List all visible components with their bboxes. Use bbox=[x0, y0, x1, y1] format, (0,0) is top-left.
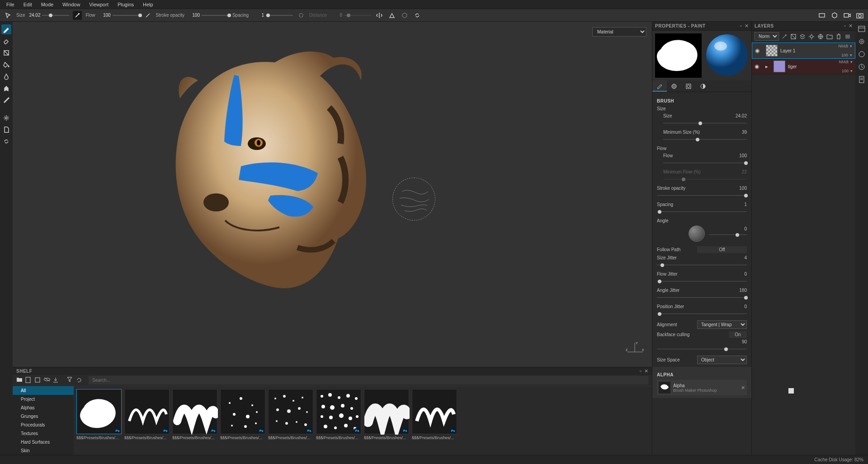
flow-prop-slider[interactable] bbox=[663, 160, 747, 166]
radial-icon[interactable] bbox=[400, 11, 409, 20]
view-mode-icon[interactable] bbox=[830, 11, 839, 20]
angle-value[interactable]: 0 bbox=[744, 226, 747, 231]
anglejitter-slider[interactable] bbox=[657, 295, 747, 300]
size-prop-slider[interactable] bbox=[663, 121, 747, 126]
spacing-prop-slider[interactable] bbox=[657, 209, 747, 215]
angle-dial[interactable] bbox=[689, 225, 705, 242]
layer-channels[interactable]: NMdt bbox=[838, 44, 848, 48]
shelf-filter-icon[interactable] bbox=[67, 377, 74, 384]
minsize-value[interactable]: 39 bbox=[742, 130, 747, 135]
shelf-search-input[interactable] bbox=[89, 376, 648, 384]
flowjitter-slider[interactable] bbox=[657, 279, 747, 284]
pressure-size-icon[interactable] bbox=[73, 11, 82, 20]
layer-visibility-icon[interactable]: ◉ bbox=[755, 63, 763, 70]
posjitter-slider[interactable] bbox=[657, 311, 747, 317]
shelf-item[interactable]: Ps$$$/Presets/Brushes/... bbox=[124, 389, 170, 452]
followpath-toggle[interactable]: Off bbox=[697, 246, 747, 253]
shelf-save-icon[interactable] bbox=[34, 377, 42, 384]
shelf-folder-icon[interactable] bbox=[16, 377, 24, 384]
layer-name[interactable]: tiger bbox=[788, 64, 853, 69]
shelf-new-icon[interactable] bbox=[25, 377, 33, 384]
shelf-reload-icon[interactable] bbox=[76, 377, 83, 384]
texture-set-icon[interactable] bbox=[857, 24, 866, 33]
menu-window[interactable]: Window bbox=[58, 0, 85, 9]
shelf-cat-project[interactable]: Project bbox=[13, 395, 74, 403]
pressure-flow-icon[interactable] bbox=[143, 11, 152, 20]
material-select[interactable]: Material bbox=[592, 27, 646, 37]
properties-close-icon[interactable]: ✕ bbox=[745, 23, 749, 29]
mirror-icon[interactable] bbox=[387, 11, 396, 20]
add-effect-icon[interactable] bbox=[781, 33, 788, 40]
shelf-item[interactable]: Ps$$$/Presets/Brushes/... bbox=[316, 389, 361, 452]
shelf-close-icon[interactable]: ✕ bbox=[644, 368, 648, 374]
alpha-item[interactable]: Alpha Brush Maker Photoshop ✕ bbox=[657, 380, 747, 395]
layer-row[interactable]: ◉ ▸ tiger NMdt▾ 100▾ bbox=[752, 59, 855, 75]
alpha-remove-icon[interactable]: ✕ bbox=[741, 385, 745, 391]
minsize-slider[interactable] bbox=[663, 137, 747, 142]
backface-value[interactable]: 90 bbox=[742, 339, 747, 344]
paint-tool[interactable] bbox=[1, 24, 11, 34]
axis-gizmo[interactable]: X Y Z bbox=[626, 341, 644, 359]
layer-name[interactable]: Layer 1 bbox=[780, 48, 852, 53]
cursor-icon[interactable] bbox=[4, 11, 13, 20]
size-slider[interactable] bbox=[42, 13, 69, 18]
layer-opacity[interactable]: 100 bbox=[842, 69, 849, 73]
chevron-down-icon[interactable]: ▾ bbox=[850, 69, 853, 73]
sizespace-select[interactable]: Object bbox=[697, 356, 747, 364]
sync-shortcut[interactable] bbox=[1, 136, 11, 146]
backface-toggle[interactable]: On bbox=[729, 331, 747, 338]
menu-help[interactable]: Help bbox=[138, 0, 158, 9]
angle-slider[interactable] bbox=[709, 232, 747, 238]
folder-toggle-icon[interactable]: ▸ bbox=[765, 64, 771, 70]
spacing-prop-value[interactable]: 1 bbox=[744, 202, 747, 207]
anglejitter-value[interactable]: 180 bbox=[739, 288, 747, 293]
layer-stack-icon[interactable] bbox=[799, 33, 806, 40]
layer-opacity[interactable]: 100 bbox=[841, 53, 848, 57]
spacing-slider[interactable] bbox=[266, 13, 293, 18]
document-shortcut[interactable] bbox=[1, 125, 11, 135]
clone-tool[interactable] bbox=[1, 83, 11, 93]
settings-shortcut[interactable] bbox=[1, 113, 11, 123]
layers-close-icon[interactable]: ✕ bbox=[849, 23, 853, 29]
add-folder-icon[interactable] bbox=[826, 33, 833, 40]
globe-icon[interactable] bbox=[817, 33, 824, 40]
shelf-item[interactable]: Ps$$$/Presets/Brushes/... bbox=[364, 389, 409, 452]
delete-layer-icon[interactable] bbox=[835, 33, 842, 40]
display-settings-icon[interactable] bbox=[857, 37, 866, 46]
shelf-item[interactable]: Ps$$$/Presets/Brushes/... bbox=[220, 389, 265, 452]
flow-slider[interactable] bbox=[113, 13, 140, 18]
camera-mode-icon[interactable] bbox=[843, 11, 852, 20]
shelf-cat-all[interactable]: All bbox=[13, 386, 74, 395]
picker-tool[interactable] bbox=[1, 95, 11, 105]
shelf-restore-icon[interactable]: ▫ bbox=[640, 368, 642, 374]
flowjitter-value[interactable]: 0 bbox=[744, 272, 747, 277]
shelf-import-icon[interactable] bbox=[52, 377, 60, 384]
shelf-cat-hardsurfaces[interactable]: Hard Surfaces bbox=[13, 438, 74, 446]
brush-tab[interactable] bbox=[652, 80, 667, 92]
refresh-icon[interactable] bbox=[413, 11, 422, 20]
layer-channels[interactable]: NMdt bbox=[839, 60, 849, 64]
sizejitter-value[interactable]: 4 bbox=[744, 255, 747, 260]
shelf-cat-grunges[interactable]: Grunges bbox=[13, 412, 74, 421]
add-adjustment-icon[interactable] bbox=[808, 33, 815, 40]
shelf-item[interactable]: Ps$$$/Presets/Brushes/... bbox=[76, 389, 122, 452]
layer-options-icon[interactable] bbox=[844, 33, 851, 40]
chevron-down-icon[interactable]: ▾ bbox=[850, 60, 853, 64]
spacing-value[interactable]: 1 bbox=[250, 13, 264, 18]
strokeop-slider[interactable] bbox=[657, 193, 747, 198]
shelf-item[interactable]: Ps$$$/Presets/Brushes/... bbox=[172, 389, 217, 452]
log-icon[interactable] bbox=[857, 75, 866, 84]
viewport-3d[interactable]: Material X Y Z bbox=[13, 22, 652, 367]
shelf-item[interactable]: Ps$$$/Presets/Brushes/... bbox=[268, 389, 313, 452]
blend-mode-select[interactable]: Normal bbox=[755, 32, 779, 41]
layer-visibility-icon[interactable]: ◉ bbox=[755, 47, 763, 54]
menu-mode[interactable]: Mode bbox=[37, 0, 58, 9]
stroke-opacity-slider[interactable] bbox=[202, 13, 229, 18]
add-mask-icon[interactable] bbox=[790, 33, 797, 40]
strokeop-value[interactable]: 100 bbox=[739, 186, 747, 191]
alignment-select[interactable]: Tangent | Wrap bbox=[697, 320, 747, 329]
perspective-icon[interactable] bbox=[817, 11, 826, 20]
chevron-down-icon[interactable]: ▾ bbox=[850, 53, 852, 57]
menu-viewport[interactable]: Viewport bbox=[85, 0, 113, 9]
shader-settings-icon[interactable] bbox=[857, 50, 866, 59]
